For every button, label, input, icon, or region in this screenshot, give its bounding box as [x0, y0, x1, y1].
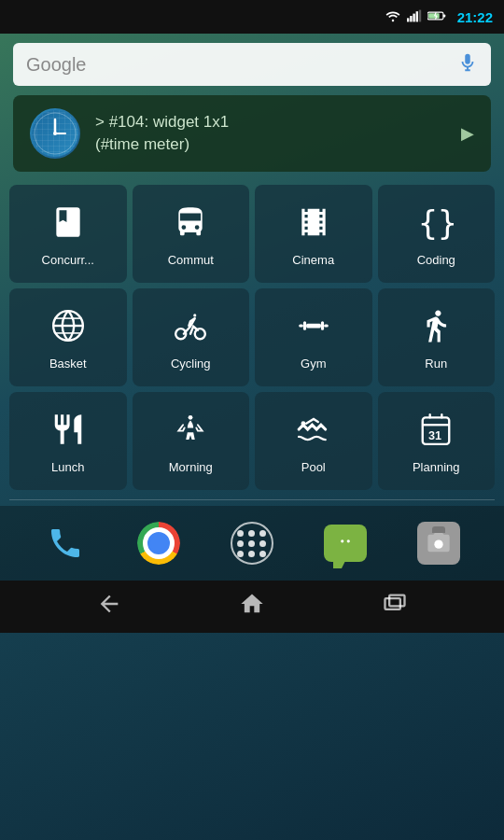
gym-icon	[296, 308, 331, 349]
status-bar: 21:22	[0, 0, 504, 34]
signal-icon	[407, 9, 422, 25]
svg-rect-7	[428, 13, 440, 18]
svg-rect-30	[389, 595, 404, 607]
app-label: Pool	[301, 460, 326, 474]
widget-area: > #104: widget 1x1 (#time meter) ▶	[13, 95, 491, 172]
calendar-icon: 31	[418, 412, 454, 453]
fork-icon	[50, 412, 86, 453]
svg-point-24	[189, 415, 193, 420]
widget-clock-icon	[30, 108, 80, 159]
app-label: Coding	[417, 253, 455, 267]
dock	[0, 506, 504, 581]
nav-home-button[interactable]	[239, 591, 265, 623]
svg-point-14	[53, 132, 57, 135]
app-cinema[interactable]: Cinema	[255, 185, 372, 283]
svg-rect-2	[413, 13, 414, 21]
messaging-icon	[324, 525, 367, 562]
app-lunch[interactable]: Lunch	[9, 392, 127, 490]
book-icon	[50, 204, 86, 245]
search-bar[interactable]: Google	[13, 43, 491, 86]
nav-recent-button[interactable]	[382, 591, 408, 623]
app-basket[interactable]: Basket	[9, 288, 127, 386]
status-icons: 21:22	[385, 9, 493, 25]
svg-rect-21	[321, 321, 324, 330]
svg-rect-19	[299, 324, 303, 327]
braces-icon: {}	[418, 204, 454, 245]
swim-icon	[296, 412, 331, 453]
svg-rect-3	[415, 11, 417, 21]
svg-text:{}: {}	[418, 204, 454, 240]
chrome-icon	[137, 522, 180, 565]
search-placeholder: Google	[26, 54, 87, 76]
cycling-icon	[173, 308, 208, 349]
app-label: Gym	[301, 357, 326, 371]
bus-icon	[173, 204, 208, 245]
run-icon	[418, 308, 454, 349]
svg-rect-22	[324, 324, 329, 327]
app-label: Lunch	[51, 460, 84, 474]
svg-rect-1	[410, 16, 412, 21]
app-pool[interactable]: Pool	[255, 392, 372, 490]
nav-back-button[interactable]	[96, 591, 122, 623]
yoga-icon	[173, 412, 208, 453]
app-planning[interactable]: 31 Planning	[378, 392, 496, 490]
mic-icon[interactable]	[457, 52, 478, 77]
app-label: Concurr...	[42, 253, 94, 267]
svg-rect-23	[306, 324, 321, 329]
app-gym[interactable]: Gym	[255, 288, 372, 386]
phone-icon	[47, 525, 84, 562]
launcher-icon	[231, 522, 273, 565]
app-label: Planning	[413, 460, 460, 474]
cinema-icon	[296, 204, 331, 245]
app-label: Morning	[169, 460, 213, 474]
svg-rect-20	[303, 321, 306, 330]
wifi-icon	[385, 9, 401, 25]
dock-camera[interactable]	[411, 515, 467, 571]
dock-launcher[interactable]	[224, 515, 280, 571]
nav-bar	[0, 581, 504, 633]
app-morning[interactable]: Morning	[133, 392, 250, 490]
svg-rect-4	[418, 9, 420, 21]
widget-text: > #104: widget 1x1 (#time meter)	[95, 111, 446, 156]
app-coding[interactable]: {} Coding	[378, 185, 496, 283]
dock-chrome[interactable]	[131, 515, 187, 571]
time-widget[interactable]: > #104: widget 1x1 (#time meter) ▶	[13, 95, 491, 172]
app-grid: Concurr... Commut Cinema {} Coding Baske…	[0, 185, 504, 490]
battery-icon	[427, 10, 446, 24]
app-label: Cycling	[171, 357, 211, 371]
dock-messaging[interactable]	[317, 515, 373, 571]
svg-rect-6	[443, 14, 445, 17]
svg-text:31: 31	[428, 429, 441, 442]
app-concurrency[interactable]: Concurr...	[9, 185, 127, 283]
widget-arrow[interactable]: ▶	[461, 123, 474, 144]
svg-rect-29	[385, 598, 400, 609]
app-label: Cinema	[292, 253, 334, 267]
app-cycling[interactable]: Cycling	[133, 288, 250, 386]
basketball-icon	[50, 308, 86, 349]
svg-rect-0	[407, 18, 409, 21]
camera-icon	[417, 522, 460, 565]
svg-point-25	[301, 421, 305, 426]
app-label: Run	[425, 357, 447, 371]
app-run[interactable]: Run	[378, 288, 496, 386]
app-label: Commut	[168, 253, 214, 267]
dock-phone[interactable]	[37, 515, 93, 571]
status-time: 21:22	[457, 9, 493, 25]
dock-divider	[9, 499, 495, 500]
app-commute[interactable]: Commut	[133, 185, 250, 283]
app-label: Basket	[49, 357, 87, 371]
